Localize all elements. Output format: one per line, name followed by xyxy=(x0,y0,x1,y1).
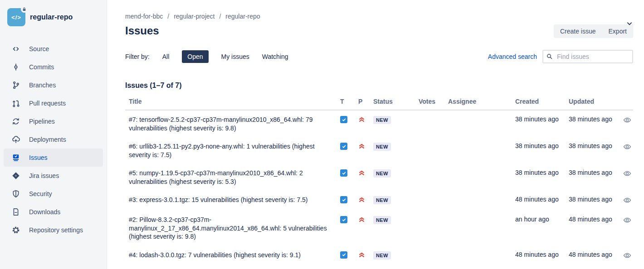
sidebar-nav: Source Commits Branches Pull requests Pi… xyxy=(0,40,107,239)
created-cell: 38 minutes ago xyxy=(513,110,566,128)
votes-cell xyxy=(416,266,446,269)
breadcrumb: mend-for-bbc / regular-project / regular… xyxy=(125,13,633,20)
repo-header: </> regular-repo xyxy=(0,8,107,26)
created-cell: an hour ago xyxy=(513,266,566,269)
breadcrumb-workspace[interactable]: mend-for-bbc xyxy=(125,13,163,20)
table-row: #7: tensorflow-2.5.2-cp37-cp37m-manylinu… xyxy=(125,110,633,137)
issue-title-link[interactable]: #5: numpy-1.19.5-cp37-cp37m-manylinux201… xyxy=(129,169,331,186)
breadcrumb-repo[interactable]: regular-repo xyxy=(225,13,260,20)
sidebar-item-deployments[interactable]: Deployments xyxy=(0,130,107,149)
votes-cell xyxy=(416,246,446,256)
jira-icon xyxy=(11,171,21,181)
updated-cell: 48 minutes ago xyxy=(566,246,621,263)
create-issue-button[interactable]: Create issue xyxy=(554,24,602,38)
table-row: #5: numpy-1.19.5-cp37-cp37m-manylinux201… xyxy=(125,164,633,191)
watch-eye-icon[interactable] xyxy=(621,164,633,184)
task-type-icon xyxy=(340,169,347,177)
status-badge: NEW xyxy=(373,116,391,124)
issues-count-heading: Issues (1–7 of 7) xyxy=(125,82,633,90)
search-box xyxy=(542,50,633,63)
filter-open[interactable]: Open xyxy=(182,50,208,63)
repo-sidebar: </> regular-repo Source Commits xyxy=(0,0,107,269)
issue-title-link[interactable]: #2: Pillow-8.3.2-cp37-cp37m-manylinux_2_… xyxy=(129,216,331,241)
sidebar-item-security[interactable]: Security xyxy=(0,185,107,203)
search-icon xyxy=(546,53,553,62)
sidebar-item-issues[interactable]: Issues xyxy=(4,149,103,167)
repo-name[interactable]: regular-repo xyxy=(30,13,73,21)
sidebar-item-downloads[interactable]: Downloads xyxy=(0,203,107,221)
repo-avatar[interactable]: </> xyxy=(7,8,25,26)
updated-cell: 38 minutes ago xyxy=(566,110,621,128)
sidebar-item-pull-requests[interactable]: Pull requests xyxy=(0,94,107,112)
updated-cell: 38 minutes ago xyxy=(566,164,621,181)
column-header-title: Title xyxy=(125,95,335,110)
watch-eye-icon[interactable] xyxy=(621,110,633,130)
breadcrumb-separator: / xyxy=(219,13,221,20)
watch-eye-icon[interactable] xyxy=(621,191,633,211)
advanced-search-link[interactable]: Advanced search xyxy=(488,53,537,60)
sidebar-item-label: Commits xyxy=(29,63,54,71)
created-cell: 38 minutes ago xyxy=(513,137,566,154)
issues-icon xyxy=(11,153,21,163)
votes-cell xyxy=(416,191,446,201)
assignee-cell xyxy=(446,164,513,174)
sidebar-item-repository-settings[interactable]: Repository settings xyxy=(0,221,107,239)
sidebar-item-label: Security xyxy=(29,190,52,197)
deployments-cloud-icon xyxy=(11,134,21,144)
assignee-cell xyxy=(446,191,513,201)
sidebar-item-jira-issues[interactable]: Jira issues xyxy=(0,167,107,185)
table-row: #6: urllib3-1.25.11-py2.py3-none-any.whl… xyxy=(125,137,633,164)
assignee-cell xyxy=(446,137,513,147)
updated-cell: 38 minutes ago xyxy=(566,137,621,154)
watch-eye-icon[interactable] xyxy=(621,266,633,269)
filter-by-label: Filter by: xyxy=(125,53,150,60)
status-badge: NEW xyxy=(373,143,391,151)
gear-icon xyxy=(11,225,21,235)
sidebar-item-commits[interactable]: Commits xyxy=(0,58,107,76)
issues-table: Title T P Status Votes Assignee Created … xyxy=(125,95,633,269)
document-icon xyxy=(11,207,21,217)
sidebar-item-label: Downloads xyxy=(29,208,60,216)
sidebar-item-label: Issues xyxy=(29,154,47,161)
task-type-icon xyxy=(340,143,347,150)
assignee-cell xyxy=(446,211,513,221)
column-header-created: Created xyxy=(513,95,566,110)
task-type-icon xyxy=(340,251,347,259)
assignee-cell xyxy=(446,266,513,269)
updated-cell: 38 minutes ago xyxy=(566,191,621,208)
watch-eye-icon[interactable] xyxy=(621,211,633,231)
watch-eye-icon[interactable] xyxy=(621,246,633,266)
sidebar-item-label: Repository settings xyxy=(29,226,83,234)
sidebar-item-pipelines[interactable]: Pipelines xyxy=(0,112,107,130)
priority-highest-icon xyxy=(358,217,365,224)
sidebar-item-source[interactable]: Source xyxy=(0,40,107,58)
commit-icon xyxy=(11,62,21,72)
filter-watching[interactable]: Watching xyxy=(262,50,288,63)
watch-eye-icon[interactable] xyxy=(621,137,633,157)
main-content: mend-for-bbc / regular-project / regular… xyxy=(107,0,644,269)
issue-title-link[interactable]: #4: lodash-3.0.0.tgz: 7 vulnerabilities … xyxy=(129,251,301,259)
created-cell: 38 minutes ago xyxy=(513,164,566,181)
page-actions: Create issue Export xyxy=(554,24,633,38)
sidebar-item-branches[interactable]: Branches xyxy=(0,76,107,94)
filter-my-issues[interactable]: My issues xyxy=(221,50,249,63)
sidebar-item-label: Jira issues xyxy=(29,172,59,179)
assignee-cell xyxy=(446,246,513,256)
issue-title-link[interactable]: #6: urllib3-1.25.11-py2.py3-none-any.whl… xyxy=(129,142,331,159)
chevron-down-icon[interactable] xyxy=(626,20,633,27)
status-badge: NEW xyxy=(373,196,391,204)
votes-cell xyxy=(416,211,446,221)
filter-all[interactable]: All xyxy=(162,50,170,63)
created-cell: 48 minutes ago xyxy=(513,191,566,208)
table-header-row: Title T P Status Votes Assignee Created … xyxy=(125,95,633,110)
votes-cell xyxy=(416,164,446,174)
issue-title-link[interactable]: #3: express-3.0.1.tgz: 15 vulnerabilitie… xyxy=(129,196,308,204)
task-type-icon xyxy=(340,216,347,223)
search-input[interactable] xyxy=(542,50,633,63)
task-type-icon xyxy=(340,116,347,123)
breadcrumb-project[interactable]: regular-project xyxy=(174,13,215,20)
pipelines-icon xyxy=(11,116,21,126)
status-badge: NEW xyxy=(373,216,391,224)
table-row: #2: Pillow-8.3.2-cp37-cp37m-manylinux_2_… xyxy=(125,211,633,246)
issue-title-link[interactable]: #7: tensorflow-2.5.2-cp37-cp37m-manylinu… xyxy=(129,115,331,132)
